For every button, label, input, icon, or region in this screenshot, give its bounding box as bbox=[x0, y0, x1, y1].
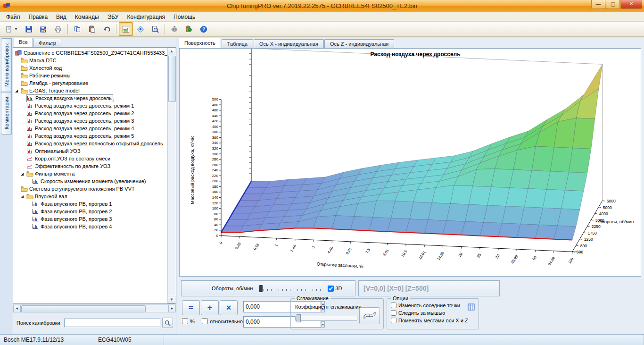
tree-item[interactable]: Скорость изменения момента (увеличение) bbox=[13, 177, 168, 185]
surface-view-button[interactable] bbox=[119, 22, 133, 36]
menu-item-1[interactable]: Правка bbox=[25, 13, 52, 21]
smoothing-slider-handle[interactable] bbox=[297, 314, 301, 322]
scroll-down-button[interactable]: ▼ bbox=[168, 296, 175, 303]
add-button[interactable]: + bbox=[201, 300, 219, 315]
tree-item[interactable]: Сравнение с GCRBREE54FS02500_Z94CT41CAHR… bbox=[13, 49, 168, 57]
menu-item-0[interactable]: Файл bbox=[2, 13, 25, 21]
scroll-right-button[interactable]: ► bbox=[168, 305, 176, 312]
copy-button[interactable] bbox=[70, 22, 84, 36]
preview-button[interactable] bbox=[148, 22, 162, 36]
option-0[interactable]: Изменять соседние точки bbox=[391, 303, 460, 308]
save-button[interactable] bbox=[22, 22, 36, 36]
option-2[interactable]: Поменять местами оси X и Z bbox=[391, 318, 468, 323]
tree-item[interactable]: Оптимальный УОЗ bbox=[13, 147, 168, 155]
surface-chart[interactable]: 0204060801001201401601802002202402602803… bbox=[179, 48, 641, 277]
minimize-button[interactable]: — bbox=[591, 0, 605, 9]
relative-checkbox[interactable] bbox=[202, 318, 208, 324]
tree-item[interactable]: Расход воздуха через дроссель, режим 5 bbox=[13, 132, 168, 140]
scroll-thumb[interactable] bbox=[168, 56, 176, 102]
3d-checkbox[interactable] bbox=[328, 286, 334, 292]
help-button[interactable]: ? bbox=[197, 22, 211, 36]
tree-item[interactable]: ◢Фильтр момента bbox=[13, 170, 168, 177]
view-tab-Поверхность[interactable]: Поверхность bbox=[179, 38, 221, 48]
paste-button[interactable] bbox=[85, 22, 99, 36]
tree-expander-icon[interactable]: ◢ bbox=[21, 194, 26, 199]
tree-item[interactable]: Расход воздуха через дроссель, режим 4 bbox=[13, 125, 168, 132]
view-tab-Ось Z - индивидуальная[interactable]: Ось Z - индивидуальная bbox=[324, 39, 394, 48]
menu-item-5[interactable]: Конфигурация bbox=[123, 13, 169, 21]
menu-item-6[interactable]: Помощь bbox=[169, 13, 199, 21]
properties-button[interactable] bbox=[133, 22, 148, 36]
tree-item[interactable]: Рабочие режимы bbox=[13, 72, 168, 79]
option-checkbox[interactable] bbox=[391, 318, 396, 323]
open-button[interactable]: ▼ bbox=[2, 22, 21, 36]
svg-text:1250: 1250 bbox=[584, 237, 593, 242]
svg-text:5000: 5000 bbox=[603, 205, 612, 210]
grid-table-button[interactable] bbox=[466, 302, 476, 311]
scroll-thumb[interactable] bbox=[21, 305, 146, 312]
tree-item[interactable]: Фаза впускного РВ, прогрев 4 bbox=[13, 223, 168, 230]
scroll-left-button[interactable]: ◄ bbox=[13, 305, 21, 312]
search-button[interactable] bbox=[162, 318, 173, 328]
tree-item[interactable]: Система регулируемого положения РВ VVT bbox=[13, 185, 168, 193]
svg-text:480: 480 bbox=[212, 103, 219, 107]
tree-item[interactable]: Лямбда - регулирование bbox=[13, 79, 168, 87]
calibration-search-input[interactable] bbox=[64, 319, 160, 327]
map-icon bbox=[26, 141, 34, 146]
tree-item[interactable]: Расход воздуха через дроссель bbox=[13, 94, 168, 102]
rpm-slider-track[interactable] bbox=[264, 286, 323, 291]
tree-item[interactable]: Холостой ход bbox=[13, 64, 168, 72]
side-tab-comments[interactable]: Комментарии bbox=[1, 92, 12, 135]
tools-button[interactable] bbox=[167, 22, 182, 36]
folder-icon bbox=[21, 80, 28, 86]
tree-item[interactable]: Маска DTC bbox=[13, 57, 168, 64]
tree-item-label: Сравнение с GCRBREE54FS02500_Z94CT41CAHR… bbox=[23, 50, 168, 56]
tree-expander-icon[interactable]: ◢ bbox=[15, 89, 21, 93]
view-tab-Ось X - индивидуальная[interactable]: Ось X - индивидуальная bbox=[254, 39, 324, 48]
save-as-button[interactable] bbox=[36, 22, 50, 36]
menu-item-2[interactable]: Вид bbox=[52, 13, 71, 21]
cursor-coordinates: [V=0,0] [X=0] [Z=500] bbox=[358, 280, 500, 296]
tree-tab-Все[interactable]: Все bbox=[14, 38, 33, 47]
tree-item[interactable]: Эффективность по дельте УОЗ bbox=[13, 162, 168, 170]
rpm-slider-handle[interactable] bbox=[259, 285, 263, 292]
option-1[interactable]: Следить за мышью bbox=[391, 310, 445, 316]
option-checkbox[interactable] bbox=[391, 303, 396, 308]
undo-button[interactable] bbox=[99, 22, 114, 36]
tree-item[interactable]: ◢Впускной вал bbox=[13, 193, 168, 200]
tree-tab-Фильтр[interactable]: Фильтр bbox=[33, 39, 61, 47]
map-icon bbox=[26, 103, 34, 109]
export-button[interactable] bbox=[182, 22, 196, 36]
tree-item[interactable]: Фаза впускного РВ, прогрев 2 bbox=[13, 208, 168, 215]
close-button[interactable]: × bbox=[620, 0, 642, 9]
tree-horizontal-scrollbar[interactable]: ◄ ► bbox=[13, 304, 176, 312]
option-checkbox[interactable] bbox=[391, 310, 396, 316]
tree-vertical-scrollbar[interactable]: ▲ ▼ bbox=[167, 48, 176, 303]
print-button[interactable] bbox=[51, 22, 65, 36]
maximize-button[interactable]: ▢ bbox=[606, 0, 620, 9]
side-tab-calibration-menu[interactable]: Меню калибровок bbox=[1, 38, 12, 92]
dropdown-arrow-icon: ▼ bbox=[14, 27, 18, 31]
scroll-up-button[interactable]: ▲ bbox=[168, 48, 175, 55]
percent-checkbox[interactable] bbox=[182, 318, 188, 324]
menu-item-3[interactable]: Команды bbox=[71, 13, 103, 21]
map-icon bbox=[26, 148, 34, 154]
map-icon bbox=[26, 133, 34, 139]
tree-expander-icon[interactable]: ◢ bbox=[21, 172, 26, 176]
svg-text:160: 160 bbox=[212, 190, 219, 194]
tree-item[interactable]: Расход воздуха через дроссель, режим 3 bbox=[13, 117, 168, 125]
tree-item[interactable]: Расход воздуха через полностью открытый … bbox=[13, 140, 168, 147]
tree-item[interactable]: Расход воздуха через дроссель, режим 2 bbox=[13, 109, 168, 117]
toolbar-separator bbox=[165, 24, 165, 34]
menu-item-4[interactable]: ЭБУ bbox=[103, 13, 123, 21]
tree-item[interactable]: Фаза впускного РВ, прогрев 3 bbox=[13, 215, 168, 223]
view-tab-Таблица[interactable]: Таблица bbox=[222, 39, 253, 48]
assign-button[interactable]: = bbox=[182, 300, 200, 315]
apply-smoothing-button[interactable] bbox=[359, 307, 380, 324]
tree-item[interactable]: Корр.опт.УОЗ по составу смеси bbox=[13, 155, 168, 162]
smoothing-slider[interactable] bbox=[295, 316, 357, 321]
tree-item[interactable]: Фаза впускного РВ, прогрев 1 bbox=[13, 200, 168, 208]
tree-item[interactable]: Расход воздуха через дроссель, режим 1 bbox=[13, 102, 168, 109]
multiply-button[interactable]: × bbox=[220, 300, 238, 315]
tree-item[interactable]: ◢E-GAS, Torque model bbox=[13, 87, 168, 94]
